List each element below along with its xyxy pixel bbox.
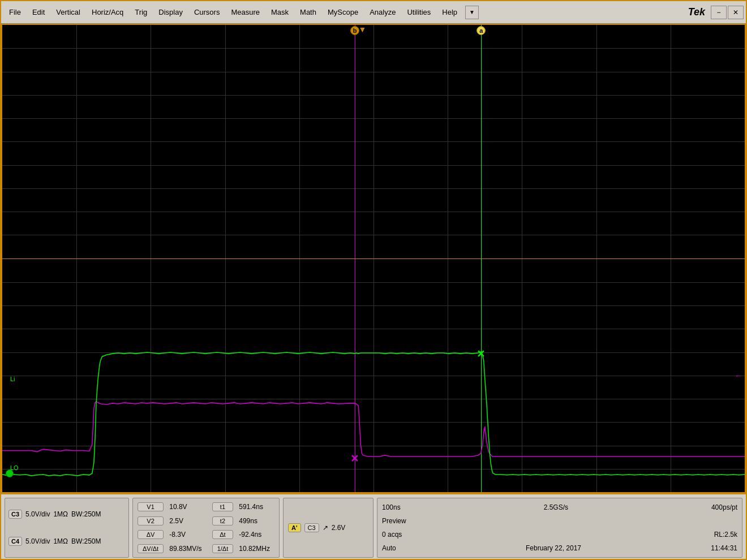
menu-measure[interactable]: Measure [225,6,265,19]
trigger-panel: A' C3 ↗ 2.6V [283,498,374,558]
acquisition-panel: 100ns 2.5GS/s 400ps/pt Preview 0 acqs RL… [377,498,742,558]
acq-date: February 22, 2017 [526,544,581,552]
pt-per-div: 400ps/pt [711,503,737,511]
acq-row-1: 100ns 2.5GS/s 400ps/pt [382,503,737,511]
minimize-button[interactable]: − [711,6,727,19]
acq-timing: Auto [382,544,396,552]
trigger-badge-c3: C3 [304,523,319,532]
label-lo: LO [10,464,19,471]
menu-trig[interactable]: Trig [129,6,153,19]
inv-dt-value: 10.82MHz [239,545,274,553]
menu-edit[interactable]: Edit [27,6,50,19]
ch4-row: C4 5.0V/div 1MΩ BW:250M [8,537,125,546]
channel-info-panel: C3 5.0V/div 1MΩ BW:250M C4 5.0V/div 1MΩ … [5,498,129,558]
trigger-slope-icon: ↗ [323,524,328,532]
acq-time: 11:44:31 [711,544,737,552]
dt-value: -92.4ns [239,531,274,539]
ch3-impedance: 1MΩ [53,510,68,518]
inv-dt-label: 1/Δt [212,544,234,553]
acq-row-3: 0 acqs RL:2.5k [382,531,737,539]
t1-label: t1 [212,502,234,511]
status-bar: C3 5.0V/div 1MΩ BW:250M C4 5.0V/div 1MΩ … [1,493,746,560]
right-arrow-indicator: ← [735,371,742,380]
ch4-bw: BW:250M [71,537,101,545]
ch4-badge[interactable]: C4 [8,537,22,546]
upper-waveform-svg [2,25,745,259]
menu-file[interactable]: File [3,6,27,19]
dt-label: Δt [212,530,234,539]
measurements-panel: V1 10.8V t1 591.4ns V2 2.5V t2 499ns ΔV … [132,498,280,558]
dvdt-label: ΔV/Δt [138,544,164,553]
v2-value: 2.5V [169,517,206,525]
dv-label: ΔV [138,530,164,539]
menu-math[interactable]: Math [294,6,322,19]
t1-value: 591.4ns [239,503,274,511]
v1-value: 10.8V [169,503,206,511]
menu-cursors[interactable]: Cursors [188,6,226,19]
ch3-vdiv: 5.0V/div [25,510,50,518]
v1-label: V1 [138,502,164,511]
trigger-badge-a: A' [288,523,301,532]
sample-rate: 2.5GS/s [544,503,568,511]
ch4-vdiv: 5.0V/div [25,537,50,545]
cursor-a-green-cross: ✕ [476,348,485,360]
acqs-count: 0 acqs [382,531,402,539]
ch3-bw: BW:250M [71,510,101,518]
ch3-row: C3 5.0V/div 1MΩ BW:250M [8,510,125,519]
label-li: Li [10,376,15,382]
menu-help[interactable]: Help [436,6,463,19]
lower-waveform-pane[interactable]: Li LO ← ✕ ✕ [2,259,745,493]
dv-value: -8.3V [169,531,206,539]
app-title: Tek [688,6,705,18]
acq-row-4: Auto February 22, 2017 11:44:31 [382,544,737,552]
menu-dropdown-arrow[interactable]: ▼ [465,6,479,19]
menu-myscope[interactable]: MyScope [322,6,364,19]
dvdt-value: 89.83MV/s [169,545,206,553]
lower-waveform-svg [2,259,745,493]
menu-analyze[interactable]: Analyze [364,6,401,19]
v2-label: V2 [138,516,164,525]
t2-value: 499ns [239,517,274,525]
cursor-b-purple-cross: ✕ [350,453,359,465]
menu-mask[interactable]: Mask [265,6,294,19]
menu-display[interactable]: Display [153,6,188,19]
upper-waveform-pane[interactable]: ▼ b a [2,25,745,259]
acq-row-2: Preview [382,517,737,525]
t2-label: t2 [212,516,234,525]
menu-bar: File Edit Vertical Horiz/Acq Trig Displa… [1,1,746,24]
ch3-badge[interactable]: C3 [8,510,22,519]
menu-utilities[interactable]: Utilities [401,6,436,19]
rl-label: RL:2.5k [714,531,737,539]
timebase: 100ns [382,503,401,511]
menu-horiz-acq[interactable]: Horiz/Acq [86,6,129,19]
close-button[interactable]: ✕ [728,6,744,19]
menu-vertical[interactable]: Vertical [50,6,86,19]
acq-mode: Preview [382,517,406,525]
scope-display: ▼ b a [1,24,746,493]
trigger-level: 2.6V [332,524,346,532]
ch4-impedance: 1MΩ [53,537,68,545]
